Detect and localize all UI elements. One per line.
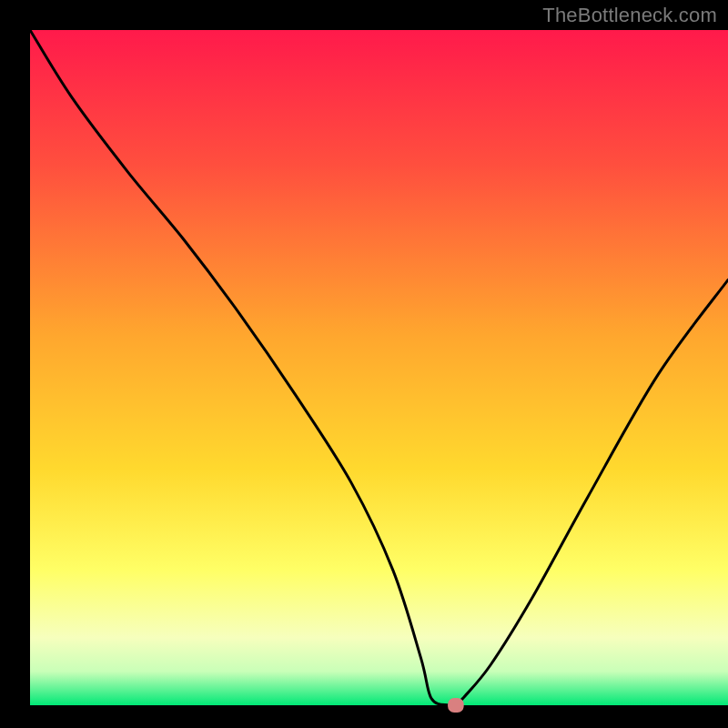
bottleneck-chart (0, 0, 728, 728)
chart-frame: TheBottleneck.com (0, 0, 728, 728)
optimal-point-marker (448, 698, 464, 713)
plot-background (30, 30, 728, 705)
watermark-text: TheBottleneck.com (542, 4, 717, 27)
